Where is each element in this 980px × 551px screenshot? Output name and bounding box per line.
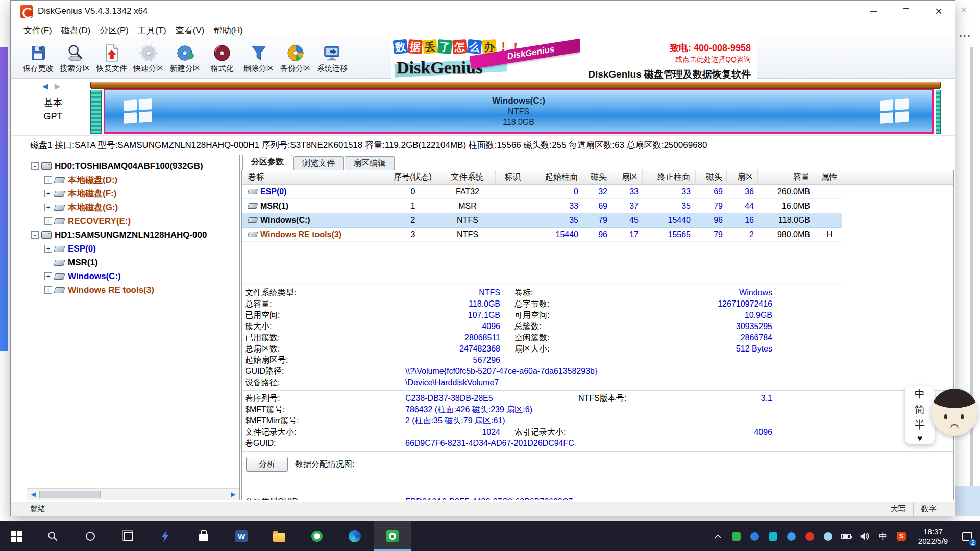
task-view-button[interactable]: [109, 521, 147, 551]
tree-item-local-f[interactable]: +本地磁盘(F:): [27, 187, 239, 201]
header-volume-label[interactable]: 卷标: [242, 170, 386, 184]
tree-item-windows-c[interactable]: +Windows(C:): [27, 269, 239, 283]
taskbar-clock[interactable]: 18:37 2022/5/9: [911, 527, 955, 546]
partition-box-windows-c[interactable]: Windows(C:) NTFS 118.0GB: [104, 89, 934, 134]
maximize-button[interactable]: [890, 1, 922, 22]
quick-partition-button[interactable]: 快速分区: [130, 38, 167, 78]
tree-item-local-g[interactable]: +本地磁盘(G:): [27, 201, 239, 214]
close-button[interactable]: ×: [922, 1, 955, 22]
taskbar-app-store[interactable]: [185, 521, 223, 551]
header-flag[interactable]: 标识: [496, 170, 530, 184]
taskbar-app-edge[interactable]: [336, 521, 374, 551]
taskbar-app-green[interactable]: [298, 521, 336, 551]
action-center-button[interactable]: 2: [955, 521, 979, 551]
analyze-button[interactable]: 分析: [246, 457, 288, 472]
hidden-icons-button[interactable]: [708, 521, 727, 551]
resize-grip[interactable]: [944, 502, 955, 516]
tray-icon-snow[interactable]: [819, 521, 837, 551]
tab-partition-params[interactable]: 分区参数: [242, 155, 292, 170]
format-button[interactable]: 格式化: [204, 38, 240, 78]
minimize-button[interactable]: [857, 1, 890, 22]
tray-icon-green[interactable]: [727, 521, 745, 551]
expand-icon[interactable]: +: [44, 204, 52, 211]
table-row-msr[interactable]: MSR(1) 1 MSR 33 69 37 35 79 44 16.0MB: [242, 199, 842, 213]
header-start-head[interactable]: 磁头: [583, 170, 611, 184]
cortana-button[interactable]: [71, 521, 109, 551]
delete-partition-button[interactable]: 删除分区: [240, 38, 277, 78]
disk-bar[interactable]: [90, 82, 941, 89]
header-end-cylinder[interactable]: 终止柱面: [643, 170, 696, 184]
sogou-tray-icon[interactable]: S: [892, 521, 911, 551]
tree-item-local-d[interactable]: +本地磁盘(D:): [27, 173, 239, 187]
taskbar-app-word[interactable]: W: [223, 521, 260, 551]
header-end-head[interactable]: 磁头: [696, 170, 727, 184]
partition-sliver-re-tools[interactable]: [936, 90, 941, 134]
taskbar-app-thunder[interactable]: [147, 521, 185, 551]
menu-view[interactable]: 查看(V): [171, 22, 209, 38]
scrollbar-thumb[interactable]: [39, 491, 101, 498]
ime-floating-toolbar[interactable]: 中 简 半 ♥: [905, 386, 935, 444]
heart-icon[interactable]: ♥: [917, 433, 923, 444]
tree-horizontal-scrollbar[interactable]: ◀ ▶: [27, 488, 239, 500]
collapse-icon[interactable]: -: [31, 231, 39, 239]
recover-files-button[interactable]: 恢复文件: [93, 38, 130, 78]
table-row-windows-re[interactable]: Windows RE tools(3) 3 NTFS 15440 96 17 1…: [242, 228, 842, 242]
new-partition-button[interactable]: 新建分区: [167, 38, 204, 78]
tray-icon-red[interactable]: [800, 521, 819, 551]
ime-mode-halfwidth[interactable]: 半: [915, 418, 925, 432]
menu-file[interactable]: 文件(F): [19, 22, 57, 38]
header-start-cylinder[interactable]: 起始柱面: [530, 170, 583, 184]
volume-indicator[interactable]: [855, 521, 874, 551]
start-button[interactable]: [0, 521, 34, 551]
expand-icon[interactable]: +: [44, 286, 52, 294]
battery-indicator[interactable]: [837, 521, 855, 551]
ad-qq-link[interactable]: 或点击此处选择QQ咨询: [588, 55, 751, 64]
expand-icon[interactable]: +: [44, 217, 52, 225]
ad-banner[interactable]: 数 据 丢 了 怎 么 办 ！！ DiskGenius DiskGenius 致…: [391, 38, 757, 79]
tray-icon-blue[interactable]: [745, 521, 764, 551]
ime-mode-simplified[interactable]: 简: [915, 403, 925, 416]
collapse-icon[interactable]: -: [31, 162, 39, 170]
expand-icon[interactable]: +: [44, 190, 52, 197]
expand-icon[interactable]: +: [44, 245, 52, 253]
overflow-menu-icon[interactable]: ⋯: [959, 29, 971, 43]
expand-icon[interactable]: +: [44, 272, 52, 280]
mascot-avatar[interactable]: [931, 389, 978, 436]
header-end-sector[interactable]: 扇区: [727, 170, 758, 184]
header-seq-status[interactable]: 序号(状态): [386, 170, 439, 184]
scroll-right-icon[interactable]: ▶: [227, 491, 239, 498]
map-next-icon[interactable]: ▶: [55, 82, 61, 90]
system-migration-button[interactable]: 系统迁移: [314, 38, 351, 78]
tree-item-hd0[interactable]: -HD0:TOSHIBAMQ04ABF100(932GB): [27, 159, 239, 173]
partition-sliver-esp-msr[interactable]: [90, 90, 102, 134]
taskbar-search-button[interactable]: [34, 521, 71, 551]
save-changes-button[interactable]: 保存更改: [20, 38, 57, 78]
diskgenius-app-icon[interactable]: [20, 5, 33, 18]
map-prev-icon[interactable]: ◀: [42, 82, 48, 90]
header-filesystem[interactable]: 文件系统: [439, 170, 496, 184]
tree-item-windows-re[interactable]: +Windows RE tools(3): [27, 283, 239, 297]
taskbar-app-explorer[interactable]: [260, 521, 298, 551]
tree-item-msr[interactable]: MSR(1): [27, 256, 239, 269]
table-row-esp[interactable]: ESP(0) 0 FAT32 0 32 33 33 69 36 260.0MB: [242, 185, 842, 199]
tree-item-esp[interactable]: +ESP(0): [27, 242, 239, 256]
ime-language-indicator[interactable]: 中: [874, 521, 892, 551]
header-start-sector[interactable]: 扇区: [611, 170, 643, 184]
menu-partition[interactable]: 分区(P): [95, 22, 133, 38]
ime-mode-chinese[interactable]: 中: [915, 387, 925, 401]
backup-partition-button[interactable]: 备份分区: [277, 38, 314, 78]
tray-icon-teal[interactable]: [764, 521, 782, 551]
tree-item-recovery-e[interactable]: +RECOVERY(E:): [27, 214, 239, 228]
menu-help[interactable]: 帮助(H): [209, 22, 248, 38]
header-attr[interactable]: 属性: [817, 170, 842, 184]
tree-item-hd1[interactable]: -HD1:SAMSUNGMZNLN128HAHQ-000: [27, 228, 239, 242]
tab-browse-files[interactable]: 浏览文件: [293, 156, 344, 170]
menu-tools[interactable]: 工具(T): [133, 22, 171, 38]
tab-sector-edit[interactable]: 扇区编辑: [345, 156, 395, 170]
taskbar-app-diskgenius[interactable]: [374, 521, 411, 551]
menu-disk[interactable]: 磁盘(D): [57, 22, 95, 38]
expand-icon[interactable]: +: [44, 176, 52, 184]
search-partition-button[interactable]: 搜索分区: [57, 38, 93, 78]
tray-icon-lightblue[interactable]: [782, 521, 800, 551]
scroll-left-icon[interactable]: ◀: [27, 491, 39, 498]
